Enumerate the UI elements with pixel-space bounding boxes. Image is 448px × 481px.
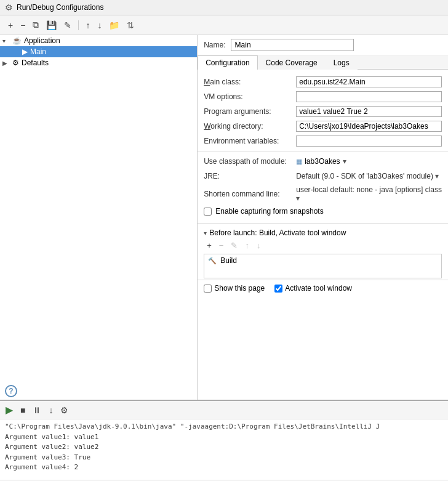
- stop-button[interactable]: ■: [17, 403, 28, 417]
- before-launch-collapse-icon[interactable]: ▾: [204, 230, 207, 236]
- show-this-page-text: Show this page: [214, 284, 265, 293]
- tree-item-main[interactable]: ▶ Main: [0, 46, 197, 57]
- console-line-4: Argument value4: 2: [5, 463, 443, 473]
- working-dir-row: Working directory:: [198, 119, 448, 134]
- program-args-input[interactable]: [296, 106, 442, 117]
- shorten-dropdown-icon[interactable]: ▾: [296, 194, 300, 203]
- defaults-icon: ⚙: [12, 59, 19, 67]
- console-area: ▶ ■ ⏸ ↓ ⚙ "C:\Program Files\Java\jdk-9.0…: [0, 400, 448, 480]
- build-icon: 🔨: [208, 257, 217, 265]
- jre-dropdown-icon[interactable]: ▾: [435, 172, 439, 180]
- show-this-page-label[interactable]: Show this page: [204, 284, 265, 293]
- vm-options-value: [296, 91, 442, 102]
- main-class-label: Main class:: [204, 78, 296, 86]
- program-args-row: Program arguments:: [198, 104, 448, 119]
- separator-1: [198, 151, 448, 152]
- working-dir-value: [296, 121, 442, 132]
- title-bar: ⚙ Run/Debug Configurations: [0, 0, 448, 15]
- tree-label-application: Application: [24, 36, 60, 45]
- before-launch-toolbar: + − ✎ ↑ ↓: [198, 238, 448, 253]
- tabs-row: Configuration Code Coverage Logs: [198, 55, 448, 70]
- bl-move-down-button[interactable]: ↓: [254, 240, 264, 251]
- window-title: Run/Debug Configurations: [17, 3, 103, 12]
- activate-tool-window-label[interactable]: Activate tool window: [274, 284, 352, 293]
- save-config-button[interactable]: 💾: [43, 18, 60, 32]
- activate-tool-window-text: Activate tool window: [285, 284, 352, 293]
- main-class-input[interactable]: [296, 76, 442, 87]
- shorten-value: user-local default: none - java [options…: [296, 185, 442, 203]
- vm-options-input[interactable]: [296, 91, 442, 102]
- tab-logs[interactable]: Logs: [326, 55, 358, 70]
- shorten-row: Shorten command line: user-local default…: [198, 184, 448, 204]
- jre-select[interactable]: Default (9.0 - SDK of 'lab3Oakes' module…: [296, 172, 433, 180]
- working-dir-label: Working directory:: [204, 122, 296, 131]
- enable-capture-label: Enable capturing form snapshots: [215, 207, 323, 216]
- program-args-value: [296, 106, 442, 117]
- console-line-0: "C:\Program Files\Java\jdk-9.0.1\bin\jav…: [5, 422, 443, 432]
- enable-capture-row: Enable capturing form snapshots: [198, 204, 448, 218]
- expand-arrow-defaults: ▶: [2, 60, 12, 67]
- console-line-1: Argument value1: value1: [5, 432, 443, 443]
- main-class-value: [296, 76, 442, 87]
- vm-options-row: VM options:: [198, 89, 448, 104]
- bl-remove-button[interactable]: −: [216, 240, 227, 251]
- scroll-down-button[interactable]: ↓: [46, 403, 56, 417]
- module-icon: ▦: [296, 158, 302, 166]
- remove-config-button[interactable]: −: [17, 18, 28, 32]
- pause-button[interactable]: ⏸: [30, 403, 44, 417]
- config-tree: ▾ ☕ Application ▶ Main ▶ ⚙ Defaults: [0, 35, 198, 400]
- before-launch-list: 🔨 Build: [204, 254, 442, 278]
- tree-item-defaults[interactable]: ▶ ⚙ Defaults: [0, 57, 197, 68]
- settings-button[interactable]: ⚙: [57, 403, 71, 417]
- folder-button[interactable]: 📁: [106, 18, 122, 32]
- expand-arrow-application: ▾: [2, 38, 12, 44]
- help-button[interactable]: ?: [5, 385, 17, 397]
- jre-value: Default (9.0 - SDK of 'lab3Oakes' module…: [296, 172, 442, 180]
- jre-row: JRE: Default (9.0 - SDK of 'lab3Oakes' m…: [198, 169, 448, 184]
- console-line-3: Argument value3: True: [5, 453, 443, 463]
- env-vars-input[interactable]: [296, 135, 442, 147]
- tab-configuration[interactable]: Configuration: [198, 55, 257, 70]
- classpath-label: Use classpath of module:: [204, 157, 296, 166]
- application-icon: ☕: [12, 36, 22, 45]
- bl-item-label: Build: [220, 256, 237, 265]
- shorten-select[interactable]: user-local default: none - java [options…: [296, 185, 442, 194]
- console-line-2: Argument value2: value2: [5, 442, 443, 453]
- config-content: Main class: VM options: Program argument…: [198, 70, 448, 400]
- edit-templates-button[interactable]: ✎: [61, 18, 74, 32]
- show-this-page-checkbox[interactable]: [204, 285, 212, 293]
- jre-label: JRE:: [204, 172, 296, 180]
- toolbar-separator: [78, 20, 79, 30]
- working-dir-input[interactable]: [296, 121, 442, 132]
- name-input[interactable]: [231, 39, 354, 51]
- env-vars-row: Environment variables:: [198, 134, 448, 148]
- bottom-options: Show this page Activate tool window: [198, 280, 448, 296]
- run-icon: ▶: [22, 47, 28, 56]
- move-down-button[interactable]: ↓: [94, 18, 105, 32]
- enable-capture-checkbox[interactable]: [204, 208, 212, 216]
- before-launch-header: ▾ Before launch: Build, Activate tool wi…: [198, 227, 448, 238]
- activate-tool-window-checkbox[interactable]: [274, 285, 282, 293]
- move-up-button[interactable]: ↑: [82, 18, 93, 32]
- module-dropdown-icon[interactable]: ▾: [343, 157, 346, 166]
- tree-label-main: Main: [30, 47, 46, 56]
- classpath-value: ▦ lab3Oakes ▾: [296, 157, 442, 166]
- copy-config-button[interactable]: ⧉: [30, 18, 42, 32]
- env-vars-value: [296, 135, 442, 147]
- bl-edit-button[interactable]: ✎: [228, 240, 241, 251]
- tree-label-defaults: Defaults: [22, 59, 49, 67]
- name-row: Name:: [198, 35, 448, 55]
- main-toolbar: + − ⧉ 💾 ✎ ↑ ↓ 📁 ⇅: [0, 15, 448, 35]
- bl-add-button[interactable]: +: [204, 240, 215, 251]
- main-class-row: Main class:: [198, 75, 448, 89]
- bl-move-up-button[interactable]: ↑: [242, 240, 252, 251]
- tab-code-coverage[interactable]: Code Coverage: [258, 55, 326, 70]
- run-button[interactable]: ▶: [2, 402, 16, 418]
- before-launch-title: Before launch: Build, Activate tool wind…: [209, 228, 346, 237]
- bl-item-build[interactable]: 🔨 Build: [204, 254, 441, 267]
- console-output: "C:\Program Files\Java\jdk-9.0.1\bin\jav…: [0, 419, 448, 480]
- add-config-button[interactable]: +: [5, 18, 16, 32]
- tree-item-application[interactable]: ▾ ☕ Application: [0, 35, 197, 46]
- sort-button[interactable]: ⇅: [124, 18, 137, 32]
- shorten-label: Shorten command line:: [204, 190, 296, 198]
